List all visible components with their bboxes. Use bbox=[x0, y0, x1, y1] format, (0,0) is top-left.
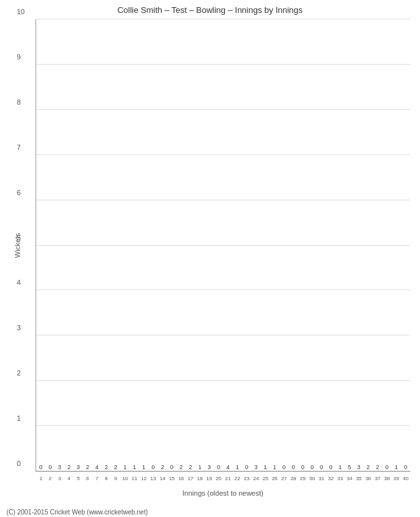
bar-value-label: 1 bbox=[121, 464, 128, 470]
x-tick-label: 34 bbox=[346, 476, 353, 481]
grid-line bbox=[36, 245, 410, 246]
y-tick-label: 6 bbox=[17, 189, 21, 196]
x-tick-label: 35 bbox=[355, 476, 362, 481]
x-tick-label: 13 bbox=[150, 476, 156, 481]
bar-value-label: 0 bbox=[47, 464, 54, 470]
x-tick-label: 23 bbox=[244, 476, 250, 481]
x-tick-label: 5 bbox=[75, 476, 81, 481]
x-tick-label: 14 bbox=[159, 476, 165, 481]
chart-area: 0123456789100102332435264728291101111120… bbox=[36, 19, 410, 472]
x-tick-label: 1 bbox=[37, 476, 44, 481]
grid-line bbox=[36, 64, 410, 65]
x-tick-label: 26 bbox=[271, 476, 278, 481]
chart-container: Collie Smith – Test – Bowling – Innings … bbox=[0, 0, 420, 517]
bar-value-label: 1 bbox=[262, 464, 269, 470]
bar-value-label: 0 bbox=[169, 464, 175, 470]
bar-value-label: 2 bbox=[178, 464, 184, 470]
copyright: (C) 2001-2015 Cricket Web (www.cricketwe… bbox=[6, 509, 148, 516]
bar-value-label: 3 bbox=[206, 464, 213, 470]
bar-value-label: 3 bbox=[56, 464, 63, 470]
y-tick-label: 2 bbox=[17, 369, 21, 377]
bar-value-label: 1 bbox=[393, 464, 399, 470]
bar-value-label: 0 bbox=[328, 464, 334, 470]
bar-value-label: 1 bbox=[131, 464, 138, 470]
grid-line bbox=[36, 109, 410, 110]
x-tick-label: 8 bbox=[103, 476, 109, 481]
bar-value-label: 0 bbox=[299, 464, 306, 470]
grid-line bbox=[36, 335, 410, 335]
bar-value-label: 3 bbox=[355, 464, 362, 470]
bar-value-label: 2 bbox=[66, 464, 72, 470]
x-tick-label: 22 bbox=[234, 476, 240, 481]
x-tick-label: 10 bbox=[121, 476, 128, 481]
grid-line bbox=[36, 425, 410, 426]
bar-value-label: 3 bbox=[253, 464, 259, 470]
bar-value-label: 0 bbox=[37, 464, 44, 470]
bar-value-label: 2 bbox=[112, 464, 119, 470]
bar-value-label: 2 bbox=[103, 464, 109, 470]
bar-value-label: 0 bbox=[309, 464, 315, 470]
grid-line bbox=[36, 19, 410, 19]
bar-value-label: 0 bbox=[281, 464, 288, 470]
grid-line bbox=[36, 470, 410, 471]
x-tick-label: 16 bbox=[178, 476, 184, 481]
grid-line bbox=[36, 380, 410, 381]
bar-value-label: 1 bbox=[271, 464, 278, 470]
y-tick-label: 0 bbox=[17, 459, 21, 467]
grid-line bbox=[36, 290, 410, 290]
bar-value-label: 0 bbox=[318, 464, 324, 470]
y-tick-label: 10 bbox=[17, 8, 25, 16]
grid-line bbox=[36, 154, 410, 155]
y-tick-label: 9 bbox=[17, 53, 21, 61]
bar-value-label: 5 bbox=[346, 464, 353, 470]
x-tick-label: 12 bbox=[140, 476, 147, 481]
bar-value-label: 1 bbox=[337, 464, 343, 470]
x-tick-label: 31 bbox=[318, 476, 324, 481]
y-tick-label: 8 bbox=[17, 98, 21, 106]
bar-value-label: 0 bbox=[244, 464, 250, 470]
chart-title: Collie Smith – Test – Bowling – Innings … bbox=[0, 0, 420, 15]
bar-value-label: 4 bbox=[94, 464, 100, 470]
bar-value-label: 0 bbox=[215, 464, 222, 470]
bar-value-label: 4 bbox=[225, 464, 231, 470]
x-tick-label: 25 bbox=[262, 476, 269, 481]
bar-value-label: 0 bbox=[403, 464, 409, 470]
bar-value-label: 3 bbox=[75, 464, 81, 470]
y-tick-label: 5 bbox=[17, 234, 21, 242]
x-tick-label: 9 bbox=[112, 476, 119, 481]
bar-value-label: 2 bbox=[159, 464, 165, 470]
x-tick-label: 36 bbox=[365, 476, 372, 481]
x-tick-label: 39 bbox=[393, 476, 399, 481]
x-tick-label: 3 bbox=[56, 476, 63, 481]
y-tick-label: 1 bbox=[17, 414, 21, 422]
bar-value-label: 2 bbox=[365, 464, 372, 470]
bar-value-label: 0 bbox=[150, 464, 156, 470]
x-tick-label: 21 bbox=[225, 476, 231, 481]
x-tick-label: 24 bbox=[253, 476, 259, 481]
x-tick-label: 18 bbox=[196, 476, 203, 481]
x-tick-label: 4 bbox=[66, 476, 72, 481]
x-axis-title: Innings (oldest to newest) bbox=[182, 489, 263, 497]
bar-value-label: 0 bbox=[290, 464, 297, 470]
bar-value-label: 1 bbox=[140, 464, 147, 470]
x-tick-label: 20 bbox=[215, 476, 222, 481]
x-tick-label: 15 bbox=[169, 476, 175, 481]
x-tick-label: 2 bbox=[47, 476, 54, 481]
x-tick-label: 19 bbox=[206, 476, 213, 481]
grid-line bbox=[36, 200, 410, 200]
x-tick-label: 28 bbox=[290, 476, 297, 481]
bar-value-label: 2 bbox=[187, 464, 194, 470]
x-tick-label: 17 bbox=[187, 476, 194, 481]
x-tick-label: 7 bbox=[94, 476, 100, 481]
x-tick-label: 37 bbox=[374, 476, 381, 481]
x-tick-label: 30 bbox=[309, 476, 315, 481]
x-tick-label: 6 bbox=[85, 476, 91, 481]
x-tick-label: 29 bbox=[299, 476, 306, 481]
x-tick-label: 11 bbox=[131, 476, 138, 481]
bar-value-label: 2 bbox=[85, 464, 91, 470]
bar-value-label: 1 bbox=[196, 464, 203, 470]
x-tick-label: 27 bbox=[281, 476, 288, 481]
x-tick-label: 40 bbox=[403, 476, 409, 481]
bar-value-label: 2 bbox=[374, 464, 381, 470]
y-tick-label: 7 bbox=[17, 143, 21, 151]
